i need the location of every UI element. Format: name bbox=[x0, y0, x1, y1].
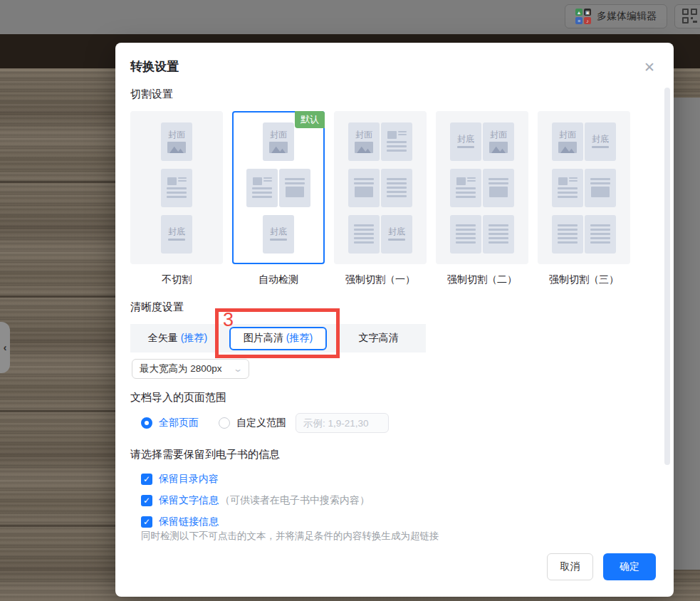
default-badge: 默认 bbox=[295, 111, 325, 128]
page-thumb-cover: 封面 bbox=[263, 122, 294, 161]
checkbox-row-toc: ✓ 保留目录内容 bbox=[141, 473, 219, 486]
multimedia-grid-icon: ▲▣≡♪ bbox=[575, 9, 591, 24]
page-thumb-spread: 封面 bbox=[348, 122, 412, 161]
radio-custom-range[interactable] bbox=[219, 417, 230, 429]
cut-settings-title: 切割设置 bbox=[130, 88, 173, 101]
cancel-button[interactable]: 取消 bbox=[547, 553, 593, 580]
keep-text-label[interactable]: 保留文字信息 bbox=[159, 494, 219, 507]
page-thumb-spread bbox=[552, 169, 616, 207]
cut-card-selected[interactable]: 默认 封面 封底 bbox=[232, 111, 325, 264]
multimedia-editor-label: 多媒体编辑器 bbox=[597, 10, 657, 23]
cut-option-force-3[interactable]: 封面 封底 强制切割（三） bbox=[538, 111, 630, 286]
underline-icon bbox=[592, 146, 609, 148]
recommended-hint: (推荐) bbox=[286, 332, 313, 345]
cut-option-force-1[interactable]: 封面 封底 强制切割（一） bbox=[334, 111, 427, 286]
keep-link-label[interactable]: 保留链接信息 bbox=[159, 516, 219, 528]
cut-option-force-2[interactable]: 封底 封面 强制切割（二） bbox=[436, 111, 528, 286]
radio-all-pages-label[interactable]: 全部页面 bbox=[159, 417, 199, 429]
cut-card[interactable]: 封面 封底 bbox=[538, 111, 630, 264]
underline-icon bbox=[270, 239, 287, 241]
chevron-down-icon: ⌄ bbox=[233, 364, 243, 374]
radio-custom-range-label[interactable]: 自定义范围 bbox=[236, 417, 286, 429]
dialog-scrollbar[interactable] bbox=[664, 88, 670, 465]
page-thumb-spread bbox=[450, 169, 514, 207]
page-thumb-spread bbox=[348, 169, 412, 207]
page-thumb-spread: 封底 封面 bbox=[450, 122, 514, 161]
keep-toc-label[interactable]: 保留目录内容 bbox=[159, 473, 219, 486]
cut-option-label: 不切割 bbox=[162, 273, 192, 286]
page-range-row: 全部页面 自定义范围 bbox=[141, 412, 389, 434]
underline-icon bbox=[388, 239, 405, 241]
cut-option-auto-detect[interactable]: 默认 封面 封底 bbox=[232, 111, 325, 286]
max-size-dropdown[interactable]: 最大宽高为 2800px ⌄ bbox=[132, 359, 249, 379]
checkbox-checked-icon[interactable]: ✓ bbox=[141, 495, 152, 506]
cut-option-label: 自动检测 bbox=[258, 273, 298, 286]
top-toolbar: ▲▣≡♪ 多媒体编辑器 bbox=[0, 0, 700, 34]
cut-options: 封面 封底 不切割 默认 bbox=[130, 111, 630, 286]
close-icon[interactable]: ✕ bbox=[642, 61, 657, 75]
cut-card[interactable]: 封面 封底 bbox=[334, 111, 427, 264]
cut-card[interactable]: 封底 封面 bbox=[436, 111, 528, 264]
clarity-settings-title: 清晰度设置 bbox=[130, 300, 184, 314]
cut-option-label: 强制切割（一） bbox=[345, 273, 415, 286]
right-side-panel bbox=[674, 98, 700, 570]
checkbox-checked-icon[interactable]: ✓ bbox=[141, 474, 152, 485]
custom-range-input[interactable] bbox=[296, 413, 389, 433]
image-icon bbox=[489, 142, 508, 153]
page-range-title: 文档导入的页面范围 bbox=[130, 391, 226, 404]
page-thumb-spread: 封面 封底 bbox=[552, 122, 616, 161]
page-thumb-spread bbox=[246, 169, 310, 207]
image-icon bbox=[269, 142, 288, 153]
keep-info-title: 请选择需要保留到电子书的信息 bbox=[130, 448, 280, 461]
radio-all-pages[interactable] bbox=[141, 417, 152, 429]
clarity-tabbar: 全矢量 (推荐) 图片高清 (推荐) 文字高清 bbox=[130, 324, 426, 352]
keep-text-note: （可供读者在电子书中搜索内容） bbox=[220, 494, 370, 507]
page-thumb-back: 封底 bbox=[161, 215, 192, 254]
page-thumb-back: 封底 bbox=[263, 215, 294, 254]
underline-icon bbox=[457, 146, 474, 148]
checkbox-row-text: ✓ 保留文字信息 （可供读者在电子书中搜索内容） bbox=[141, 494, 370, 507]
image-icon bbox=[355, 142, 373, 153]
recommended-hint: (推荐) bbox=[181, 332, 207, 345]
page-thumb-spread bbox=[450, 215, 514, 254]
page-thumb-text bbox=[161, 169, 192, 207]
tab-image-hd[interactable]: 图片高清 (推荐) bbox=[229, 327, 327, 350]
cut-option-no-cut[interactable]: 封面 封底 不切割 bbox=[130, 111, 223, 286]
image-icon bbox=[558, 142, 577, 153]
tab-text-hd[interactable]: 文字高清 bbox=[331, 324, 426, 352]
underline-icon bbox=[168, 239, 185, 241]
checkbox-row-link: ✓ 保留链接信息 bbox=[141, 516, 219, 528]
qr-code-button[interactable] bbox=[674, 4, 700, 28]
confirm-button[interactable]: 确定 bbox=[603, 553, 656, 580]
page-thumb-spread bbox=[552, 215, 616, 254]
cut-option-label: 强制切割（二） bbox=[447, 273, 517, 286]
conversion-settings-dialog: ✕ 转换设置 切割设置 封面 封底 bbox=[115, 43, 674, 597]
tab-full-vector[interactable]: 全矢量 (推荐) bbox=[130, 324, 225, 352]
page-thumb-cover: 封面 bbox=[161, 122, 192, 161]
dialog-title: 转换设置 bbox=[130, 58, 179, 75]
app-screen: ▲▣≡♪ 多媒体编辑器 ‹ ✕ 转换设置 切割设置 封面 bbox=[0, 0, 700, 601]
page-thumb-spread: 封底 bbox=[348, 215, 412, 254]
cut-option-label: 强制切割（三） bbox=[549, 273, 619, 286]
image-icon bbox=[167, 142, 186, 153]
sidebar-collapse-handle[interactable]: ‹ bbox=[0, 322, 10, 373]
qr-code-icon bbox=[682, 9, 698, 24]
multimedia-editor-button[interactable]: ▲▣≡♪ 多媒体编辑器 bbox=[565, 4, 667, 28]
link-detect-note: 同时检测以下不可点击的文本，并将满足条件的内容转换生成为超链接 bbox=[141, 530, 439, 543]
chevron-left-icon: ‹ bbox=[4, 343, 7, 352]
cut-card[interactable]: 封面 封底 bbox=[130, 111, 223, 264]
checkbox-checked-icon[interactable]: ✓ bbox=[141, 516, 152, 528]
